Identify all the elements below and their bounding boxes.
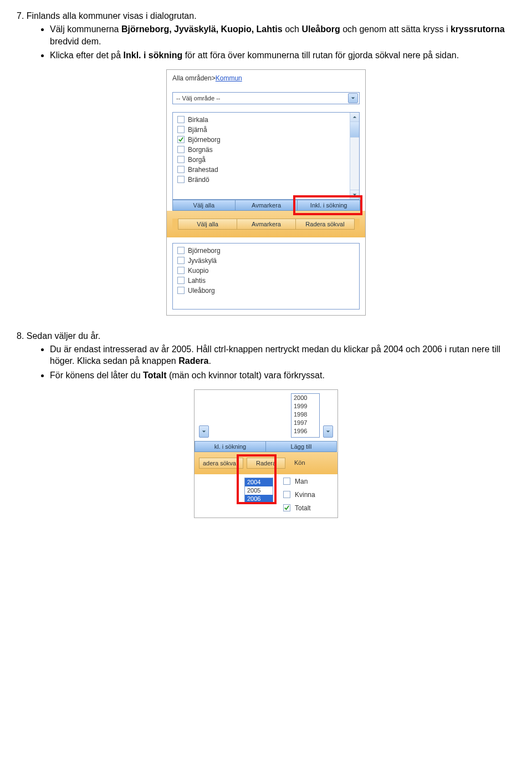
gender-option-man[interactable]: Man: [283, 478, 315, 485]
municipality-listbox[interactable]: Birkala Bjärnå Björneborg Borgnäs Borgå …: [172, 112, 360, 200]
include-in-search-button[interactable]: kl. i sökning: [195, 441, 266, 452]
step8-heading: 8. Sedan väljer du år.: [17, 331, 515, 341]
txt: För könens del låter du: [50, 371, 143, 380]
scroll-thumb[interactable]: [350, 122, 359, 138]
checkbox-checked[interactable]: [177, 136, 185, 143]
txt: (män och kvinnor totalt) vara förkryssat…: [166, 371, 324, 380]
checkbox[interactable]: [177, 146, 185, 153]
list-item-label: Kuopio: [188, 267, 208, 275]
list-item[interactable]: Lahtis: [173, 276, 359, 286]
checkbox[interactable]: [177, 287, 185, 294]
year-listbox-selected[interactable]: 2004 2005 2006: [244, 478, 273, 504]
txt: Du är endast intresserad av år 2005. Hål…: [50, 344, 500, 366]
breadcrumb-link-kommun[interactable]: Kommun: [216, 74, 242, 82]
list-item-label: Brahestad: [188, 166, 218, 174]
deselect-button[interactable]: Avmarkera: [237, 219, 296, 230]
list-item[interactable]: Bjärnå: [173, 125, 359, 135]
txt: .: [208, 356, 211, 366]
breadcrumb: Alla områden>Kommun: [167, 70, 365, 92]
checkbox[interactable]: [177, 176, 185, 183]
txt: bredvid dem.: [50, 37, 101, 46]
blue-button-bar: Välj alla Avmarkera Inkl. i sökning: [172, 200, 360, 211]
list-item-label: Brändö: [188, 176, 209, 184]
checkbox[interactable]: [177, 126, 185, 133]
list-item[interactable]: Björneborg: [173, 246, 359, 256]
txt: Klicka efter det på: [50, 50, 124, 60]
checkbox[interactable]: [177, 267, 185, 274]
checkbox[interactable]: [177, 166, 185, 173]
year-gender-dialog: 2000 1999 1998 1997 1996 kl. i sökning L…: [194, 389, 338, 518]
step7-bullet-1: Välj kommunerna Björneborg, Jyväskylä, K…: [50, 23, 515, 47]
list-item[interactable]: Birkala: [173, 115, 359, 125]
list-item-label: Borgå: [188, 156, 206, 164]
scroll-up-icon[interactable]: [350, 113, 359, 122]
txt-bold: Totalt: [143, 371, 166, 380]
year-listbox-top[interactable]: 2000 1999 1998 1997 1996: [291, 393, 320, 438]
breadcrumb-root: Alla områden>: [172, 74, 216, 82]
year-option-selected[interactable]: 2004: [245, 478, 273, 486]
year-option[interactable]: 1999: [291, 402, 319, 410]
delete-selection-button[interactable]: adera sökva: [199, 458, 243, 469]
year-option[interactable]: 1998: [291, 410, 319, 419]
gender-option-kvinna[interactable]: Kvinna: [283, 491, 315, 499]
list-item-label: Jyväskylä: [188, 257, 217, 265]
delete-button[interactable]: Radera: [247, 458, 285, 469]
scroll-track[interactable]: [350, 138, 359, 190]
area-dropdown[interactable]: -- Välj område --: [172, 92, 360, 104]
gender-options: Man Kvinna Totalt: [283, 478, 315, 512]
list-item[interactable]: Kuopio: [173, 266, 359, 276]
txt-bold: Björneborg, Jyväskylä, Kuopio, Lahtis: [121, 24, 285, 34]
txt: och: [285, 24, 301, 34]
txt: och genom att sätta kryss i: [340, 24, 451, 34]
list-item[interactable]: Borgnäs: [173, 145, 359, 155]
txt-bold: Radera: [178, 356, 208, 366]
list-item[interactable]: Uleåborg: [173, 286, 359, 296]
list-item-label: Bjärnå: [188, 126, 207, 134]
gender-label-text: Man: [295, 478, 308, 485]
chevron-down-icon[interactable]: [348, 93, 358, 103]
checkbox[interactable]: [177, 247, 185, 254]
gender-option-totalt[interactable]: Totalt: [283, 504, 315, 512]
gender-label-text: Totalt: [295, 504, 311, 512]
step8-bullets: Du är endast intresserad av år 2005. Hål…: [17, 343, 515, 382]
year-option[interactable]: 2000: [291, 394, 319, 402]
list-item-label: Lahtis: [188, 277, 206, 285]
list-item[interactable]: Jyväskylä: [173, 256, 359, 266]
chevron-down-icon[interactable]: [323, 425, 333, 438]
list-item[interactable]: Björneborg: [173, 135, 359, 145]
dropdown-value: -- Välj område --: [176, 95, 220, 102]
txt-bold: kryssrutorna: [451, 24, 505, 34]
checkbox[interactable]: [283, 478, 290, 485]
checkbox[interactable]: [177, 116, 185, 123]
year-option[interactable]: 1996: [291, 427, 319, 435]
txt: för att föra över kommunerna till rutan …: [182, 50, 459, 60]
year-option-selected[interactable]: 2006: [245, 495, 273, 503]
gender-label: Kön: [289, 458, 322, 469]
deselect-button[interactable]: Avmarkera: [235, 200, 298, 211]
checkbox[interactable]: [177, 257, 185, 264]
checkbox[interactable]: [177, 277, 185, 284]
scrollbar[interactable]: [350, 113, 359, 199]
delete-selection-button[interactable]: Radera sökval: [295, 219, 355, 230]
checkbox[interactable]: [177, 156, 185, 163]
select-all-button[interactable]: Välj alla: [172, 200, 236, 211]
selected-listbox[interactable]: Björneborg Jyväskylä Kuopio Lahtis Uleåb…: [172, 243, 360, 310]
area-dialog: Alla områden>Kommun -- Välj område -- Bi…: [166, 69, 366, 316]
select-all-button[interactable]: Välj alla: [178, 219, 237, 230]
list-item[interactable]: Brändö: [173, 175, 359, 185]
amber-row: adera sökva Radera Kön: [195, 452, 337, 474]
year-option[interactable]: 1997: [291, 419, 319, 427]
step7-heading: 7. Finlands alla kommuner visas i dialog…: [17, 11, 515, 21]
txt-bold: Uleåborg: [301, 24, 340, 34]
step7-bullet-2: Klicka efter det på Inkl. i sökning för …: [50, 49, 515, 62]
chevron-down-icon[interactable]: [199, 425, 209, 438]
checkbox-checked[interactable]: [283, 504, 290, 511]
list-item-label: Birkala: [188, 116, 208, 124]
include-in-search-button[interactable]: Inkl. i sökning: [297, 200, 360, 211]
year-option[interactable]: 2005: [245, 486, 273, 495]
list-item[interactable]: Borgå: [173, 155, 359, 165]
add-button[interactable]: Lägg till: [265, 441, 337, 452]
scroll-down-icon[interactable]: [350, 190, 359, 199]
list-item[interactable]: Brahestad: [173, 165, 359, 175]
checkbox[interactable]: [283, 491, 290, 498]
